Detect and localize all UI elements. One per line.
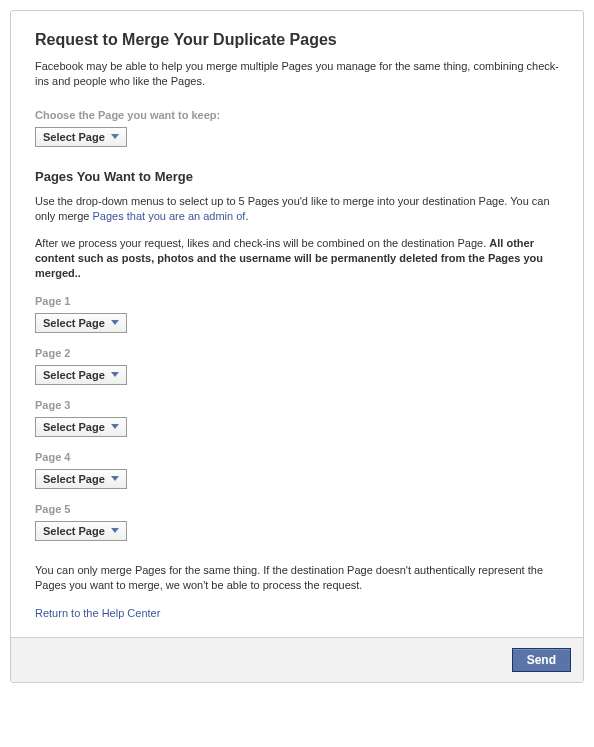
page-3-group: Page 3 Select Page: [35, 399, 559, 437]
chevron-down-icon: [111, 424, 119, 430]
page-4-label: Page 4: [35, 451, 559, 463]
merge-para1-suffix: .: [245, 210, 248, 222]
page-1-group: Page 1 Select Page: [35, 295, 559, 333]
page-3-select[interactable]: Select Page: [35, 417, 127, 437]
chevron-down-icon: [111, 320, 119, 326]
chevron-down-icon: [111, 528, 119, 534]
svg-marker-2: [111, 372, 119, 377]
page-3-label: Page 3: [35, 399, 559, 411]
keep-page-select[interactable]: Select Page: [35, 127, 127, 147]
merge-section-heading: Pages You Want to Merge: [35, 169, 559, 184]
merge-warning: After we process your request, likes and…: [35, 236, 559, 281]
chevron-down-icon: [111, 134, 119, 140]
page-2-group: Page 2 Select Page: [35, 347, 559, 385]
page-1-select-label: Select Page: [43, 317, 105, 329]
page-5-select[interactable]: Select Page: [35, 521, 127, 541]
merge-para2-plain: After we process your request, likes and…: [35, 237, 489, 249]
keep-page-label: Choose the Page you want to keep:: [35, 109, 559, 121]
return-help-link[interactable]: Return to the Help Center: [35, 607, 160, 619]
page-5-group: Page 5 Select Page: [35, 503, 559, 541]
dialog-footer: Send: [11, 637, 583, 682]
svg-marker-4: [111, 476, 119, 481]
page-1-select[interactable]: Select Page: [35, 313, 127, 333]
page-4-group: Page 4 Select Page: [35, 451, 559, 489]
svg-marker-3: [111, 424, 119, 429]
page-5-select-label: Select Page: [43, 525, 105, 537]
keep-page-select-label: Select Page: [43, 131, 105, 143]
svg-marker-5: [111, 528, 119, 533]
merge-instructions: Use the drop-down menus to select up to …: [35, 194, 559, 224]
page-4-select[interactable]: Select Page: [35, 469, 127, 489]
dialog-content: Request to Merge Your Duplicate Pages Fa…: [11, 11, 583, 637]
page-2-select-label: Select Page: [43, 369, 105, 381]
merge-pages-dialog: Request to Merge Your Duplicate Pages Fa…: [10, 10, 584, 683]
chevron-down-icon: [111, 476, 119, 482]
page-5-label: Page 5: [35, 503, 559, 515]
intro-text: Facebook may be able to help you merge m…: [35, 59, 559, 89]
page-1-label: Page 1: [35, 295, 559, 307]
svg-marker-1: [111, 320, 119, 325]
admin-pages-link[interactable]: Pages that you are an admin of: [92, 210, 245, 222]
send-button[interactable]: Send: [512, 648, 571, 672]
page-2-label: Page 2: [35, 347, 559, 359]
footer-note: You can only merge Pages for the same th…: [35, 563, 559, 593]
chevron-down-icon: [111, 372, 119, 378]
svg-marker-0: [111, 134, 119, 139]
page-title: Request to Merge Your Duplicate Pages: [35, 31, 559, 49]
page-3-select-label: Select Page: [43, 421, 105, 433]
page-2-select[interactable]: Select Page: [35, 365, 127, 385]
page-4-select-label: Select Page: [43, 473, 105, 485]
